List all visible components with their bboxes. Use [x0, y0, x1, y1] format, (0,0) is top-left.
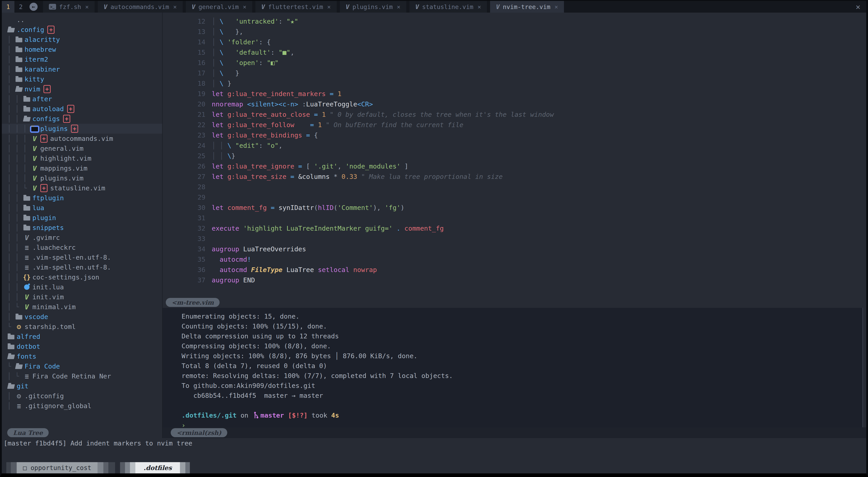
- tab-nvim-tree.vim[interactable]: Vnvim-tree.vim×: [490, 1, 564, 12]
- tree-item-.vim-spell-en.utf-8.[interactable]: │ │ ≡.vim-spell-en.utf-8.: [2, 262, 162, 272]
- tree-item-nvim[interactable]: │ nvim+: [2, 84, 162, 94]
- code-token: 'default': [235, 48, 271, 56]
- tab-plugins.vim[interactable]: Vplugins.vim×: [340, 1, 406, 12]
- code-token: \: [227, 152, 231, 160]
- code-token: ),: [373, 204, 385, 211]
- text-file-icon: ≡: [25, 253, 29, 262]
- code-token: (: [334, 204, 337, 211]
- tab-autocommands.vim[interactable]: Vautocommands.vim×: [98, 1, 183, 12]
- tree-item-starship.toml[interactable]: └ ⚙starship.toml: [2, 322, 162, 332]
- tab-close-icon[interactable]: ×: [327, 3, 331, 10]
- tmux-window-indicator-1[interactable]: 1: [2, 1, 14, 12]
- tree-item-plugins[interactable]: │ │ │ plugins+: [2, 124, 162, 134]
- tab-close-icon[interactable]: ×: [243, 3, 246, 10]
- tmux-gradient-block: [103, 462, 108, 473]
- tree-item-snippets[interactable]: │ │ snippets: [2, 223, 162, 233]
- editor-buffer[interactable]: 12│ \ 'untracked': "★"13│ \ },14│ \ 'fol…: [163, 12, 866, 297]
- tree-item-after[interactable]: │ │ after: [2, 94, 162, 104]
- folder-icon: [8, 345, 14, 349]
- tab-close-icon[interactable]: ×: [397, 3, 400, 10]
- close-icon[interactable]: ✕: [856, 2, 860, 11]
- back-arrow-icon[interactable]: ←: [30, 3, 38, 11]
- tree-item-iterm2[interactable]: │ iterm2: [2, 55, 162, 64]
- tree-item-kitty[interactable]: │ kitty: [2, 74, 162, 84]
- vim-file-icon: V: [33, 165, 37, 172]
- tree-item-.config[interactable]: .config+: [2, 25, 162, 35]
- code-token: "◧": [267, 59, 278, 67]
- tree-item-dotbot[interactable]: dotbot: [2, 342, 162, 351]
- tmux-window-indicator-2[interactable]: 2: [14, 1, 27, 12]
- tree-item-fonts[interactable]: fonts: [2, 351, 162, 361]
- tree-item-git[interactable]: git: [2, 381, 162, 391]
- tree-item-.gitignore-global[interactable]: │ ≡.gitignore_global: [2, 401, 162, 411]
- tree-item-highlight.vim[interactable]: │ │ │ Vhighlight.vim: [2, 154, 162, 163]
- session-opportunity-cost[interactable]: □ opportunity_cost: [17, 462, 97, 473]
- tree-item-statusline.vim[interactable]: │ │ └ V+statusline.vim: [2, 183, 162, 193]
- tree-item-..[interactable]: ..: [2, 15, 162, 25]
- tree-item-coc-settings.json[interactable]: │ │ {}coc-settings.json: [2, 272, 162, 282]
- line-number: 18: [163, 80, 212, 87]
- indent-guides: │: [7, 85, 15, 93]
- tmux-gradient-block: [11, 462, 17, 473]
- tree-item-icon-wrap: V: [31, 184, 38, 192]
- tree-item-icon-wrap: [15, 47, 23, 52]
- tree-item-icon-wrap: [15, 314, 23, 319]
- folder-open-icon: [7, 28, 15, 32]
- tree-item-Fira-Code[interactable]: └ Fira Code: [2, 361, 162, 371]
- tree-item-label: Fira Code Retina Ner: [32, 372, 111, 380]
- tree-item-autocommands.vim[interactable]: │ │ │ V+autocommands.vim: [2, 134, 162, 143]
- tree-item-.vim-spell-en.utf-8.[interactable]: │ │ ≡.vim-spell-en.utf-8.: [2, 252, 162, 262]
- tree-item-alfred[interactable]: alfred: [2, 332, 162, 342]
- tree-item-autoload[interactable]: │ │ autoload+: [2, 104, 162, 114]
- tab-statusline.vim[interactable]: Vstatusline.vim×: [409, 1, 487, 12]
- tree-item-label: .gitignore_global: [25, 402, 91, 410]
- tree-item-init.lua[interactable]: │ │ init.lua: [2, 282, 162, 292]
- code-token: let: [212, 204, 227, 211]
- file-tree-panel[interactable]: ...config+│ alacritty│ homebrew│ iterm2│…: [2, 12, 163, 427]
- tmux-gradient-block: [120, 462, 125, 473]
- tree-item-plugins.vim[interactable]: │ │ │ Vplugins.vim: [2, 173, 162, 183]
- tab-close-icon[interactable]: ×: [477, 3, 481, 10]
- tree-item-Fira-Code-Retina-Ner[interactable]: │ └ ≡Fira Code Retina Ner: [2, 371, 162, 381]
- tree-item-vscode[interactable]: │ vscode: [2, 312, 162, 322]
- tree-item-mappings.vim[interactable]: │ │ │ Vmappings.vim: [2, 163, 162, 173]
- tree-item-icon-wrap: ≡: [23, 264, 31, 271]
- session-dotfiles[interactable]: .dotfiles: [135, 462, 180, 473]
- vim-icon: V: [261, 3, 265, 10]
- code-token: g:lua_tree_indent_markers: [227, 90, 326, 98]
- tree-item-homebrew[interactable]: │ homebrew: [2, 44, 162, 55]
- tree-item-configs[interactable]: │ │ configs+: [2, 114, 162, 124]
- tree-item-init.vim[interactable]: │ │ Vinit.vim: [2, 292, 162, 302]
- tree-item-alacritty[interactable]: │ alacritty: [2, 35, 162, 44]
- tree-item-.luacheckrc[interactable]: │ │ ≡.luacheckrc: [2, 243, 162, 252]
- code-token: \: [220, 18, 223, 25]
- folder-open-icon: [7, 354, 15, 359]
- tab-fluttertest.vim[interactable]: Vfluttertest.vim×: [255, 1, 337, 12]
- tab-fzf.sh[interactable]: >_fzf.sh×: [43, 1, 95, 12]
- tree-statusline-pill: Lua Tree: [7, 428, 49, 437]
- folder-icon: [16, 38, 22, 42]
- code-token: =: [294, 163, 306, 170]
- code-token: [212, 266, 220, 274]
- tab-close-icon[interactable]: ×: [173, 3, 177, 10]
- tab-close-icon[interactable]: ×: [555, 3, 558, 10]
- code-line: 13│ \ },: [163, 27, 866, 37]
- tree-item-.gvimrc[interactable]: │ │ V.gvimrc: [2, 233, 162, 243]
- tab-general.vim[interactable]: Vgeneral.vim×: [186, 1, 252, 12]
- main-content: ...config+│ alacritty│ homebrew│ iterm2│…: [2, 12, 866, 427]
- code-token: g:lua_tree_ignore: [227, 163, 294, 170]
- tab-close-icon[interactable]: ×: [85, 3, 89, 10]
- tree-item-plugin[interactable]: │ │ plugin: [2, 213, 162, 223]
- tree-item-icon-wrap: [23, 106, 31, 112]
- indent-guides: │ │ │: [7, 174, 31, 182]
- tree-item-.gitconfig[interactable]: │ ⚙.gitconfig: [2, 391, 162, 401]
- tree-item-label: snippets: [32, 224, 64, 232]
- tree-item-minimal.vim[interactable]: │ └ Vminimal.vim: [2, 302, 162, 312]
- tree-item-icon-wrap: V: [31, 155, 38, 163]
- tree-item-general.vim[interactable]: │ │ │ Vgeneral.vim: [2, 143, 162, 154]
- tree-item-karabiner[interactable]: │ karabiner: [2, 64, 162, 74]
- tree-item-ftplugin[interactable]: │ │ ftplugin: [2, 193, 162, 203]
- tree-item-lua[interactable]: │ │ lua: [2, 203, 162, 213]
- terminal-pane[interactable]: Enumerating objects: 15, done.Counting o…: [163, 308, 863, 427]
- code-line: 16│ \ 'open': "◧": [163, 58, 866, 68]
